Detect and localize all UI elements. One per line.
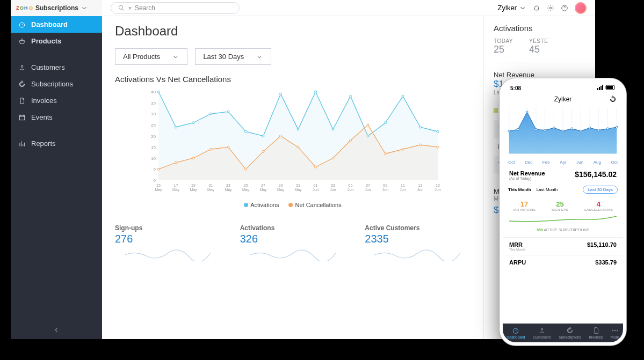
activations-today: 25 xyxy=(494,44,513,55)
stat-card-active-customers: Active Customers2335 xyxy=(365,224,471,263)
phone-nav-more[interactable]: More xyxy=(611,327,619,339)
svg-point-119 xyxy=(513,328,518,333)
svg-point-55 xyxy=(192,122,194,124)
svg-point-5 xyxy=(21,65,23,67)
activations-yesterday: 45 xyxy=(529,44,548,55)
phone-tab-2[interactable]: Last 30 Days xyxy=(583,186,618,194)
svg-text:05: 05 xyxy=(349,183,353,187)
svg-text:25: 25 xyxy=(151,123,156,128)
svg-text:25: 25 xyxy=(244,183,248,187)
settings-button[interactable] xyxy=(547,4,554,12)
phone-nav-subscriptions[interactable]: Subscriptions xyxy=(559,327,581,339)
svg-point-72 xyxy=(192,157,194,159)
svg-text:19: 19 xyxy=(191,183,196,187)
svg-text:Jun: Jun xyxy=(365,188,371,192)
org-switcher[interactable]: Zylker xyxy=(498,4,526,12)
svg-point-85 xyxy=(419,144,422,146)
svg-point-56 xyxy=(210,113,212,115)
svg-point-71 xyxy=(175,161,177,164)
phone-stat-cancellations: 4CANCELLATIONS xyxy=(584,200,613,211)
chart-title: Activations Vs Net Cancellations xyxy=(115,75,471,84)
cycle-icon xyxy=(18,80,26,88)
svg-text:Jun: Jun xyxy=(417,188,423,192)
phone-nav-customers[interactable]: Customers xyxy=(533,327,551,339)
svg-text:21: 21 xyxy=(209,183,213,187)
svg-point-57 xyxy=(227,111,229,113)
svg-point-82 xyxy=(367,124,369,126)
svg-point-69 xyxy=(437,130,439,133)
sidebar-item-events[interactable]: Events xyxy=(11,109,102,126)
search-placeholder: Search xyxy=(135,4,155,12)
range-filter[interactable]: Last 30 Days xyxy=(195,48,271,65)
phone-nav-dashboard[interactable]: Dashboard xyxy=(506,327,525,339)
product-filter[interactable]: All Products xyxy=(115,48,187,65)
svg-point-74 xyxy=(227,146,229,148)
sidebar-collapse[interactable] xyxy=(11,321,102,339)
svg-point-68 xyxy=(419,126,422,128)
svg-point-70 xyxy=(157,168,160,170)
svg-point-60 xyxy=(280,93,282,95)
sidebar: ZOHO Subscriptions DashboardProductsCust… xyxy=(11,0,102,339)
phone-tab-1[interactable]: Last Month xyxy=(537,187,558,192)
svg-point-118 xyxy=(616,126,618,128)
svg-point-115 xyxy=(589,127,591,129)
phone-title: Zylker xyxy=(554,95,572,103)
phone-row-mrr[interactable]: MRRThis Month$15,110.70 xyxy=(503,237,623,255)
phone-row-arpu[interactable]: ARPU$335.79 xyxy=(503,255,623,269)
sidebar-item-subscriptions[interactable]: Subscriptions xyxy=(11,76,102,92)
bell-icon xyxy=(533,4,540,12)
svg-point-117 xyxy=(607,128,609,130)
search-input[interactable]: ▾ Search xyxy=(111,2,240,14)
svg-text:May: May xyxy=(277,188,285,192)
svg-point-80 xyxy=(332,157,334,159)
signal-icon xyxy=(597,85,616,90)
refresh-icon[interactable] xyxy=(609,95,617,103)
svg-point-63 xyxy=(332,128,334,130)
chevron-down-icon xyxy=(519,4,526,12)
svg-point-116 xyxy=(598,129,600,131)
phone-nav-invoices[interactable]: Invoices xyxy=(589,327,603,339)
sidebar-item-products[interactable]: Products xyxy=(11,33,102,49)
bars-icon xyxy=(18,140,26,148)
help-icon xyxy=(561,4,568,12)
svg-text:Z: Z xyxy=(16,5,19,11)
sidebar-item-customers[interactable]: Customers xyxy=(11,59,102,76)
svg-point-81 xyxy=(350,139,352,142)
chevron-down-icon xyxy=(81,4,88,12)
sidebar-item-dashboard[interactable]: Dashboard xyxy=(11,16,102,33)
svg-text:Jun: Jun xyxy=(435,188,440,192)
svg-text:May: May xyxy=(242,188,250,192)
sidebar-item-invoices[interactable]: Invoices xyxy=(11,92,102,109)
avatar[interactable] xyxy=(575,2,587,14)
topbar: ▾ Search Zylker xyxy=(102,0,595,16)
svg-rect-92 xyxy=(606,86,613,89)
svg-rect-88 xyxy=(599,87,600,90)
search-icon xyxy=(118,4,125,12)
svg-point-120 xyxy=(541,328,543,330)
activations-heading: Activations xyxy=(494,24,595,33)
phone-stat-sign ups: 25SIGN UPS xyxy=(552,200,568,211)
brand[interactable]: ZOHO Subscriptions xyxy=(11,0,102,16)
svg-point-83 xyxy=(385,153,387,155)
calendar-icon xyxy=(18,114,26,121)
chevron-down-icon xyxy=(172,53,179,61)
sidebar-item-reports[interactable]: Reports xyxy=(11,135,102,152)
svg-text:May: May xyxy=(207,188,215,192)
svg-text:40: 40 xyxy=(151,90,156,94)
phone-chart xyxy=(503,105,623,159)
svg-text:Jun: Jun xyxy=(382,188,388,192)
svg-text:O: O xyxy=(29,5,33,11)
svg-text:15: 15 xyxy=(436,183,440,187)
doc-icon xyxy=(18,97,26,105)
svg-text:May: May xyxy=(155,188,162,192)
notifications-button[interactable] xyxy=(533,4,540,12)
svg-rect-87 xyxy=(597,88,598,90)
phone-net-revenue-label: Net Revenue xyxy=(509,170,545,177)
basket-icon xyxy=(18,38,26,45)
svg-point-78 xyxy=(297,146,299,148)
svg-text:27: 27 xyxy=(261,183,265,187)
help-button[interactable] xyxy=(561,4,568,12)
svg-text:07: 07 xyxy=(366,183,370,187)
phone-tab-0[interactable]: This Month xyxy=(508,187,531,192)
svg-point-108 xyxy=(526,111,528,113)
